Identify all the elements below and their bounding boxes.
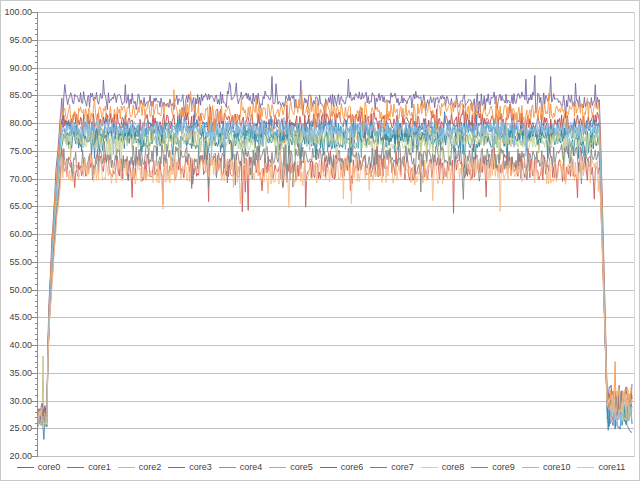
y-tick-label: 50.00 <box>1 285 32 296</box>
legend-item-core7: core7 <box>370 462 414 472</box>
legend: core0core1core2core3core4core5core6core7… <box>1 459 640 475</box>
legend-item-core6: core6 <box>320 462 364 472</box>
legend-marker-core1 <box>67 467 84 468</box>
legend-marker-core2 <box>118 467 135 468</box>
y-tick-label: 75.00 <box>1 146 32 157</box>
series-line-core9 <box>38 141 632 423</box>
legend-label: core10 <box>543 462 571 472</box>
legend-item-core4: core4 <box>219 462 263 472</box>
legend-item-core2: core2 <box>118 462 162 472</box>
y-tick-label: 85.00 <box>1 90 32 101</box>
legend-item-core11: core11 <box>577 462 625 472</box>
legend-label: core0 <box>38 462 61 472</box>
y-tick-label: 95.00 <box>1 35 32 46</box>
chart-canvas: 20.0025.0030.0035.0040.0045.0050.0055.00… <box>0 0 640 481</box>
legend-item-core9: core9 <box>471 462 515 472</box>
legend-label: core3 <box>189 462 212 472</box>
legend-label: core5 <box>290 462 313 472</box>
legend-item-core10: core10 <box>522 462 571 472</box>
legend-label: core11 <box>598 462 625 472</box>
legend-item-core1: core1 <box>67 462 111 472</box>
legend-marker-core8 <box>421 467 438 468</box>
legend-marker-core11 <box>577 467 594 468</box>
y-tick-label: 25.00 <box>1 423 32 434</box>
legend-marker-core0 <box>17 467 34 468</box>
y-tick-label: 60.00 <box>1 229 32 240</box>
y-tick-label: 45.00 <box>1 312 32 323</box>
series-line-core11 <box>38 150 632 425</box>
y-tick-label: 90.00 <box>1 63 32 74</box>
legend-item-core8: core8 <box>421 462 465 472</box>
y-tick-label: 30.00 <box>1 396 32 407</box>
plot-area <box>1 1 640 481</box>
legend-marker-core5 <box>269 467 286 468</box>
legend-item-core3: core3 <box>168 462 212 472</box>
y-tick-label: 55.00 <box>1 257 32 268</box>
legend-label: core2 <box>139 462 162 472</box>
legend-item-core5: core5 <box>269 462 313 472</box>
series-line-core7 <box>38 147 632 425</box>
y-tick-label: 80.00 <box>1 118 32 129</box>
legend-marker-core7 <box>370 467 387 468</box>
legend-label: core6 <box>341 462 364 472</box>
y-tick-label: 40.00 <box>1 340 32 351</box>
legend-item-core0: core0 <box>17 462 61 472</box>
legend-marker-core9 <box>471 467 488 468</box>
y-tick-label: 100.00 <box>1 7 32 18</box>
legend-marker-core3 <box>168 467 185 468</box>
legend-label: core7 <box>391 462 414 472</box>
legend-marker-core4 <box>219 467 236 468</box>
legend-label: core4 <box>240 462 263 472</box>
legend-label: core9 <box>492 462 515 472</box>
y-tick-label: 65.00 <box>1 201 32 212</box>
y-tick-label: 35.00 <box>1 368 32 379</box>
legend-marker-core10 <box>522 467 539 468</box>
legend-label: core8 <box>442 462 465 472</box>
legend-marker-core6 <box>320 467 337 468</box>
y-tick-label: 70.00 <box>1 174 32 185</box>
legend-label: core1 <box>88 462 111 472</box>
